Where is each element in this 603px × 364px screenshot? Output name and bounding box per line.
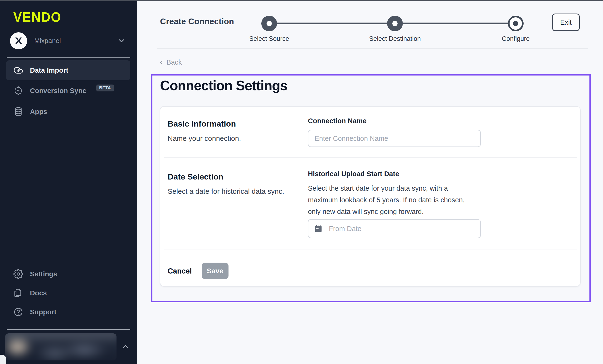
workspace-avatar: X	[10, 32, 27, 49]
sidebar-item-label: Settings	[30, 270, 57, 278]
step-circle-select-source	[261, 16, 277, 31]
cancel-button[interactable]: Cancel	[168, 267, 192, 276]
connection-name-label: Connection Name	[308, 117, 367, 125]
sidebar: VENDO X Mixpanel Data Import Conversion …	[0, 0, 137, 364]
cloud-download-icon	[13, 65, 23, 75]
step-circle-select-destination	[387, 16, 403, 31]
stepper-line-1	[269, 22, 395, 24]
sidebar-item-settings[interactable]: Settings	[6, 266, 130, 282]
sidebar-item-label: Docs	[30, 289, 47, 297]
sidebar-item-data-import[interactable]: Data Import	[6, 60, 130, 80]
user-account-blurred[interactable]	[5, 333, 116, 360]
basic-information-description: Name your connection.	[168, 134, 241, 143]
sidebar-item-docs[interactable]: Docs	[6, 286, 130, 301]
stepper-line-2	[395, 22, 516, 24]
beta-badge: BETA	[96, 85, 114, 91]
sidebar-item-label: Conversion Sync	[30, 87, 86, 95]
sidebar-item-label: Support	[30, 308, 56, 316]
basic-information-title: Basic Information	[168, 119, 236, 128]
help-icon	[13, 307, 23, 317]
historical-upload-help-text: Select the start date for your data sync…	[308, 183, 472, 218]
step-label-select-source: Select Source	[249, 35, 289, 43]
chevron-left-icon	[159, 60, 164, 65]
sidebar-item-label: Apps	[30, 108, 47, 116]
historical-upload-start-date-label: Historical Upload Start Date	[308, 170, 399, 178]
step-label-configure: Configure	[502, 35, 530, 43]
exit-button[interactable]: Exit	[552, 13, 580, 31]
sidebar-divider-bottom	[7, 329, 130, 330]
mixpanel-logo-icon: X	[15, 36, 22, 46]
connection-settings-card: Basic Information Name your connection. …	[160, 106, 581, 287]
workspace-switcher[interactable]: X Mixpanel	[10, 32, 129, 49]
save-button[interactable]: Save	[202, 263, 229, 279]
app-window: VENDO X Mixpanel Data Import Conversion …	[0, 0, 603, 364]
sidebar-item-support[interactable]: Support	[6, 304, 130, 320]
page-title: Create Connection	[160, 17, 234, 26]
back-link[interactable]: Back	[159, 58, 182, 66]
chevron-up-icon[interactable]	[121, 342, 130, 352]
window-top-edge	[0, 0, 603, 1]
section-divider	[164, 250, 577, 250]
sidebar-item-apps[interactable]: Apps	[6, 104, 130, 119]
sidebar-divider-top	[7, 57, 130, 58]
connection-name-input[interactable]	[308, 130, 481, 147]
chevron-down-icon	[117, 37, 126, 45]
bottom-left-widget-peek	[0, 355, 6, 364]
database-icon	[13, 107, 23, 117]
step-circle-configure	[508, 16, 523, 31]
date-selection-description: Select a date for historical data sync.	[168, 187, 284, 195]
sidebar-item-conversion-sync[interactable]: Conversion Sync BETA	[6, 83, 130, 98]
from-date-field	[308, 219, 481, 238]
from-date-input[interactable]	[308, 219, 481, 238]
step-label-select-destination: Select Destination	[369, 35, 421, 43]
vendo-logo: VENDO	[13, 10, 61, 25]
workspace-name: Mixpanel	[34, 37, 117, 45]
back-label: Back	[166, 58, 182, 66]
sync-icon	[13, 86, 23, 96]
header-divider	[157, 48, 588, 49]
user-blur-content	[5, 333, 116, 360]
sidebar-item-label: Data Import	[30, 66, 68, 74]
docs-icon	[13, 288, 23, 298]
section-divider	[164, 157, 577, 158]
date-selection-title: Date Selection	[168, 172, 223, 181]
gear-icon	[13, 269, 23, 279]
panel-title: Connection Settings	[160, 77, 287, 93]
